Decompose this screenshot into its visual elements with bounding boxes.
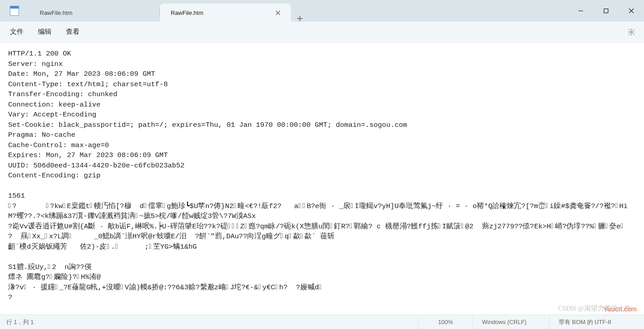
close-button[interactable] [619,0,644,22]
editor-area[interactable]: HTTP/1.1 200 OK Server: nginx Date: Mon,… [0,42,644,315]
statusbar: 行 1，列 1 100% Windows (CRLF) 带有 BOM 的 UTF… [0,315,644,329]
tab-inactive[interactable]: RawFile.htm [29,4,160,22]
minimize-button[interactable] [568,0,593,22]
close-icon[interactable] [273,8,283,18]
add-tab-button[interactable] [291,15,309,22]
status-cursor: 行 1，列 1 [5,315,43,329]
status-zoom[interactable]: 100% [418,315,472,329]
settings-button[interactable] [621,22,641,42]
notepad-icon [10,6,19,16]
status-encoding: 带有 BOM 的 UTF-8 [549,315,639,329]
editor-content[interactable]: HTTP/1.1 200 OK Server: nginx Date: Mon,… [0,42,644,309]
tab-active[interactable]: RawFile.htm [160,4,291,22]
status-eol: Windows (CRLF) [472,315,549,329]
menu-file[interactable]: 文件 [3,25,31,39]
tab-label: RawFile.htm [171,9,273,16]
app-icon [0,0,29,22]
tab-strip: RawFile.htm RawFile.htm [29,0,568,22]
tab-label: RawFile.htm [40,9,152,16]
svg-rect-0 [604,9,608,13]
window-controls [568,0,644,22]
menubar: 文件 编辑 查看 [0,22,644,42]
svg-point-1 [630,31,633,33]
maximize-button[interactable] [593,0,619,22]
titlebar: RawFile.htm RawFile.htm [0,0,644,22]
menu-view[interactable]: 查看 [59,25,87,39]
menu-edit[interactable]: 编辑 [31,25,59,39]
